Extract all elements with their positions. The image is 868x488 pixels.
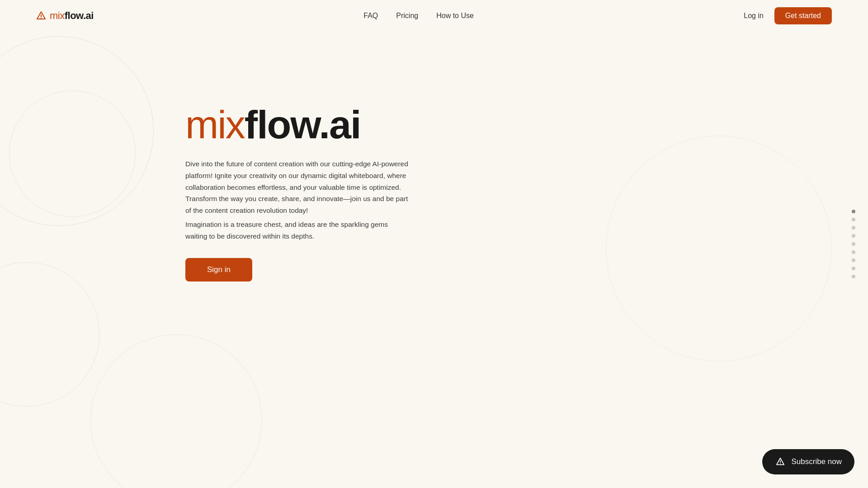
hero-tagline: Imagination is a treasure chest, and ide…: [185, 219, 402, 242]
sign-in-button[interactable]: Sign in: [185, 258, 252, 282]
hero-title: mixflow.ai: [185, 104, 868, 145]
nav-pricing[interactable]: Pricing: [396, 12, 418, 20]
subscribe-label: Subscribe now: [791, 457, 842, 466]
hero-title-flowai: flow.ai: [245, 102, 361, 147]
nav-actions: Log in Get started: [744, 7, 832, 24]
side-dot-9[interactable]: [852, 275, 855, 278]
side-dot-4[interactable]: [852, 234, 855, 238]
logo-icon: [36, 11, 46, 21]
nav-faq[interactable]: FAQ: [363, 12, 378, 20]
side-dot-8[interactable]: [852, 267, 855, 270]
logo-ai: .ai: [83, 10, 94, 21]
side-dots-nav: [852, 210, 855, 278]
svg-point-2: [41, 18, 42, 19]
subscribe-icon: [775, 456, 786, 467]
hero-title-mix: mix: [185, 102, 245, 147]
side-dot-6[interactable]: [852, 250, 855, 254]
navbar: mixflow.ai FAQ Pricing How to Use Log in…: [0, 0, 868, 32]
svg-point-5: [780, 463, 781, 464]
side-dot-2[interactable]: [852, 218, 855, 221]
bg-arc-left: [0, 262, 99, 407]
hero-description: Dive into the future of content creation…: [185, 158, 411, 216]
bg-arc-bottom: [90, 334, 262, 488]
logo-text: mixflow.ai: [50, 10, 94, 22]
logo-flow: flow: [65, 10, 83, 21]
nav-how-to-use[interactable]: How to Use: [436, 12, 474, 20]
logo-mix: mix: [50, 10, 65, 21]
subscribe-button[interactable]: Subscribe now: [762, 449, 854, 474]
side-dot-5[interactable]: [852, 242, 855, 246]
login-link[interactable]: Log in: [744, 12, 764, 20]
main-content: mixflow.ai Dive into the future of conte…: [0, 32, 868, 282]
side-dot-1[interactable]: [852, 210, 855, 213]
logo[interactable]: mixflow.ai: [36, 10, 94, 22]
side-dot-3[interactable]: [852, 226, 855, 230]
side-dot-7[interactable]: [852, 258, 855, 262]
get-started-button[interactable]: Get started: [774, 7, 832, 24]
nav-links: FAQ Pricing How to Use: [363, 12, 474, 20]
